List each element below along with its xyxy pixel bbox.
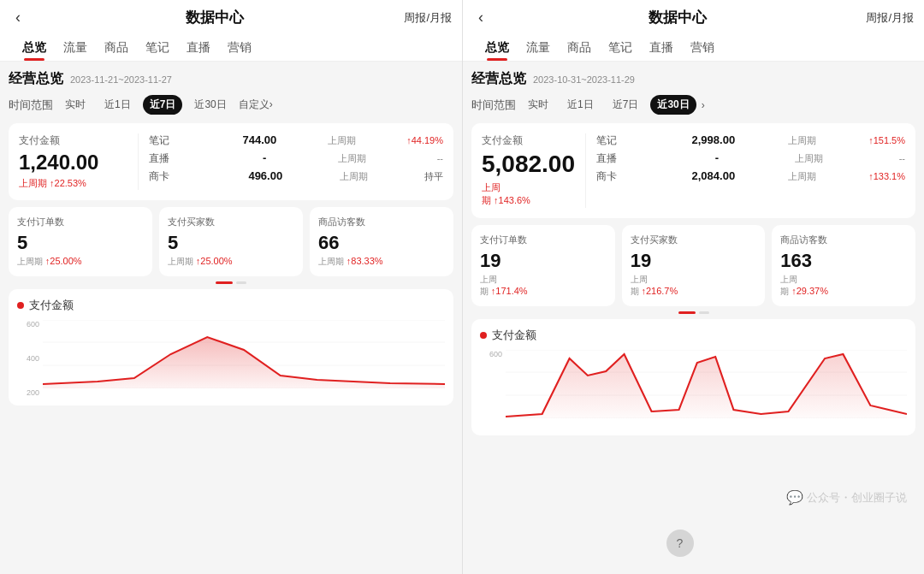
right-payment-change-value: ↑143.6% (494, 195, 530, 205)
right-three-cards: 支付订单数 19 上周期 ↑171.4% 支付买家数 19 上周期 ↑216.7… (471, 225, 915, 306)
left-y-600: 600 (17, 320, 39, 328)
right-tab-overview[interactable]: 总览 (477, 33, 518, 61)
right-time-filters: 时间范围 实时 近1日 近7日 近30日 › (471, 95, 915, 115)
right-tab-live[interactable]: 直播 (641, 33, 682, 61)
right-panel: ‹ 数据中心 周报/月报 总览 流量 商品 笔记 直播 营销 经营总览 2023… (462, 0, 924, 574)
left-buyer-period: 上周期 ↑25.00% (168, 256, 294, 268)
right-chart-dot (480, 332, 487, 339)
right-visitor-label: 商品访客数 (780, 234, 907, 246)
right-card-value: 2,084.00 (692, 169, 736, 182)
right-order-value: 19 (480, 250, 607, 272)
right-tab-traffic[interactable]: 流量 (518, 33, 559, 61)
left-sub-metrics: 笔记 744.00 上周期 ↑44.19% 直播 - 上周期 -- 商卡 (139, 133, 443, 190)
right-order-label: 支付订单数 (480, 234, 607, 246)
right-buyer-card: 支付买家数 19 上周期 ↑216.7% (622, 225, 766, 306)
left-main-card: 支付金额 1,240.00 上周期 ↑22.53% 笔记 744.00 上周期 … (9, 123, 453, 200)
left-buyer-label: 支付买家数 (168, 216, 294, 228)
left-filter-realtime[interactable]: 实时 (58, 95, 92, 115)
right-report-label[interactable]: 周报/月报 (866, 10, 914, 26)
right-filter-realtime[interactable]: 实时 (521, 95, 555, 115)
right-sub-metrics: 笔记 2,998.00 上周期 ↑151.5% 直播 - 上周期 -- (586, 133, 905, 208)
left-note-label: 笔记 (149, 133, 192, 148)
right-note-value: 2,998.00 (692, 133, 736, 146)
right-title: 数据中心 (489, 8, 866, 27)
left-tab-notes[interactable]: 笔记 (137, 33, 178, 61)
left-report-label[interactable]: 周报/月报 (404, 10, 452, 26)
right-chart-svg (506, 350, 907, 418)
left-card-period: 上周期 (340, 170, 368, 183)
left-note-metric: 笔记 744.00 上周期 ↑44.19% (149, 133, 443, 148)
left-back-button[interactable]: ‹ (10, 7, 26, 28)
help-button[interactable]: ? (666, 530, 694, 557)
left-tab-marketing[interactable]: 营销 (219, 33, 260, 61)
right-chart-label: 支付金额 (492, 328, 536, 343)
left-y-400: 400 (17, 354, 39, 363)
right-filter-30day[interactable]: 近30日 (650, 95, 696, 115)
right-buyer-value: 19 (631, 250, 757, 272)
right-visitor-period: 上周期 ↑29.37% (780, 274, 907, 298)
left-order-value: 5 (17, 232, 144, 254)
right-nav-tabs: 总览 流量 商品 笔记 直播 营销 (473, 33, 914, 61)
left-tab-product[interactable]: 商品 (96, 33, 137, 61)
left-filter-1day[interactable]: 近1日 (98, 95, 138, 115)
right-buyer-label: 支付买家数 (631, 234, 757, 246)
left-y-200: 200 (17, 388, 39, 397)
right-card-change: ↑133.1% (868, 171, 905, 181)
left-filter-custom[interactable]: 自定义› (239, 98, 273, 112)
right-dot-active (678, 311, 696, 314)
left-title: 数据中心 (26, 8, 404, 27)
left-chart-dot (17, 302, 24, 309)
right-card-label: 商卡 (596, 169, 639, 184)
right-live-label: 直播 (596, 151, 639, 166)
left-buyer-change: ↑25.00% (196, 256, 233, 266)
right-order-period: 上周期 ↑171.4% (480, 274, 607, 298)
left-panel: ‹ 数据中心 周报/月报 总览 流量 商品 笔记 直播 营销 经营总览 2023… (0, 0, 462, 574)
left-y-labels: 600 400 200 (17, 320, 43, 397)
right-live-period: 上周期 (795, 152, 823, 165)
right-visitor-change: ↑29.37% (791, 286, 828, 296)
right-order-change: ↑171.4% (491, 286, 528, 296)
left-section-title: 经营总览 (9, 70, 63, 88)
right-live-metric: 直播 - 上周期 -- (596, 151, 905, 166)
watermark: 💬 公众号・创业圈子说 (786, 489, 907, 506)
left-dot-inactive (236, 281, 246, 284)
left-payment-change: 上周期 ↑22.53% (19, 177, 127, 190)
right-back-button[interactable]: ‹ (473, 7, 489, 28)
left-filter-30day[interactable]: 近30日 (187, 95, 233, 115)
left-order-label: 支付订单数 (17, 216, 144, 228)
left-note-value: 744.00 (242, 133, 276, 146)
left-card-value: 496.00 (248, 169, 282, 182)
right-note-metric: 笔记 2,998.00 上周期 ↑151.5% (596, 133, 905, 148)
left-nav-tabs: 总览 流量 商品 笔记 直播 营销 (10, 33, 452, 61)
right-visitor-card: 商品访客数 163 上周期 ↑29.37% (772, 225, 915, 306)
left-order-card: 支付订单数 5 上周期 ↑25.00% (9, 207, 152, 276)
left-dot-active (216, 281, 233, 284)
right-live-value: - (715, 151, 719, 164)
left-live-value: - (263, 151, 266, 164)
left-header: ‹ 数据中心 周报/月报 总览 流量 商品 笔记 直播 营销 (0, 0, 462, 62)
right-filter-more[interactable]: › (702, 99, 705, 111)
left-payment-section: 支付金额 1,240.00 上周期 ↑22.53% (19, 133, 139, 190)
left-filter-7day[interactable]: 近7日 (143, 95, 183, 115)
left-tab-overview[interactable]: 总览 (14, 33, 55, 61)
right-order-card: 支付订单数 19 上周期 ↑171.4% (471, 225, 615, 306)
left-tab-traffic[interactable]: 流量 (55, 33, 96, 61)
right-card-metric: 商卡 2,084.00 上周期 ↑133.1% (596, 169, 905, 184)
left-order-change: ↑25.00% (45, 256, 82, 266)
right-time-filter-label: 时间范围 (471, 98, 516, 113)
right-filter-1day[interactable]: 近1日 (560, 95, 601, 115)
left-chart-label: 支付金额 (29, 298, 74, 313)
left-tab-live[interactable]: 直播 (178, 33, 219, 61)
left-time-filters: 时间范围 实时 近1日 近7日 近30日 自定义› (9, 95, 453, 115)
right-buyer-change: ↑216.7% (641, 286, 678, 296)
right-visitor-value: 163 (780, 250, 907, 272)
left-date-range: 2023-11-21~2023-11-27 (70, 74, 172, 85)
right-filter-7day[interactable]: 近7日 (606, 95, 646, 115)
left-chart-section: 支付金额 600 400 200 (9, 289, 453, 405)
right-tab-notes[interactable]: 笔记 (600, 33, 641, 61)
left-visitor-value: 66 (318, 232, 445, 254)
right-tab-product[interactable]: 商品 (559, 33, 600, 61)
right-tab-marketing[interactable]: 营销 (682, 33, 723, 61)
left-time-filter-label: 时间范围 (9, 98, 53, 113)
right-buyer-period: 上周期 ↑216.7% (631, 274, 757, 298)
